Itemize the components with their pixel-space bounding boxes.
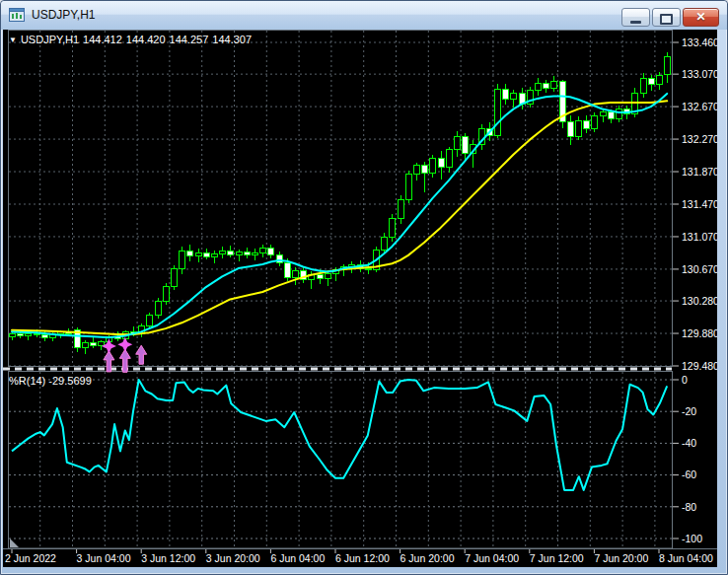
svg-text:7 Jun 04:00: 7 Jun 04:00 [465,552,519,564]
time-axis[interactable]: 2 Jun 20223 Jun 04:003 Jun 12:003 Jun 20… [5,549,713,564]
price-chart-svg[interactable]: 133.460133.070132.670132.270131.870131.4… [3,30,717,567]
collapse-triangle-icon[interactable]: ▼ [9,36,17,44]
svg-text:-20: -20 [682,405,696,417]
svg-text:7 Jun 20:00: 7 Jun 20:00 [594,552,648,564]
svg-text:-80: -80 [682,501,696,513]
svg-text:0: 0 [682,374,688,386]
svg-text:2 Jun 2022: 2 Jun 2022 [5,552,56,564]
panel-borders [3,31,717,549]
ohlc-low: 144.257 [170,34,209,45]
ohlc-open: 144.412 [83,34,122,45]
price-axis[interactable]: 133.460133.070132.670132.270131.870131.4… [673,36,717,372]
title-bar[interactable]: USDJPY,H1 ✕ [1,1,727,30]
minimize-button[interactable] [621,8,650,27]
svg-text:-100: -100 [682,533,702,544]
svg-text:131.470: 131.470 [682,198,717,210]
restore-icon [660,14,673,25]
restore-button[interactable] [652,8,681,27]
wpr-line [12,380,667,490]
window-title: USDJPY,H1 [32,8,95,22]
svg-text:8 Jun 04:00: 8 Jun 04:00 [659,552,713,564]
svg-text:6 Jun 04:00: 6 Jun 04:00 [270,552,325,564]
svg-text:6 Jun 12:00: 6 Jun 12:00 [335,552,390,564]
svg-text:3 Jun 04:00: 3 Jun 04:00 [77,552,131,564]
svg-text:3 Jun 20:00: 3 Jun 20:00 [206,552,260,564]
svg-text:3 Jun 12:00: 3 Jun 12:00 [141,552,195,564]
svg-text:-60: -60 [682,468,696,480]
svg-text:129.480: 129.480 [682,360,717,372]
ohlc-close: 144.307 [212,34,252,45]
minimize-icon [630,21,641,24]
chart-client-area: 133.460133.070132.670132.270131.870131.4… [3,30,717,567]
chart-window-icon [9,7,25,23]
svg-text:130.280: 130.280 [682,295,717,307]
svg-text:129.880: 129.880 [682,327,717,339]
svg-text:130.670: 130.670 [682,263,717,275]
svg-text:131.870: 131.870 [682,166,717,178]
svg-text:6 Jun 20:00: 6 Jun 20:00 [400,552,455,564]
chart-ohlc-label[interactable]: ▼USDJPY,H1144.412144.420144.257144.307 [9,34,255,45]
ohlc-high: 144.420 [126,34,166,45]
svg-text:132.270: 132.270 [682,133,717,145]
wpr-axis[interactable]: 0-20-40-60-80-100 [673,374,702,544]
close-button[interactable]: ✕ [683,8,719,27]
svg-text:-40: -40 [682,437,696,449]
wpr-resize-grip[interactable] [10,539,19,547]
close-icon: ✕ [684,9,718,26]
svg-text:132.670: 132.670 [682,101,717,112]
svg-text:133.460: 133.460 [682,36,717,48]
svg-text:7 Jun 12:00: 7 Jun 12:00 [530,552,584,564]
svg-text:131.070: 131.070 [682,231,717,243]
chart-window: USDJPY,H1 ✕ 133.460133.070132.670132.270… [0,0,728,575]
wpr-indicator-label: %R(14) -29.5699 [9,375,92,387]
ohlc-symbol: USDJPY,H1 [21,34,79,45]
svg-text:133.070: 133.070 [682,68,717,80]
window-controls: ✕ [621,8,719,27]
grid-lines [9,31,672,547]
